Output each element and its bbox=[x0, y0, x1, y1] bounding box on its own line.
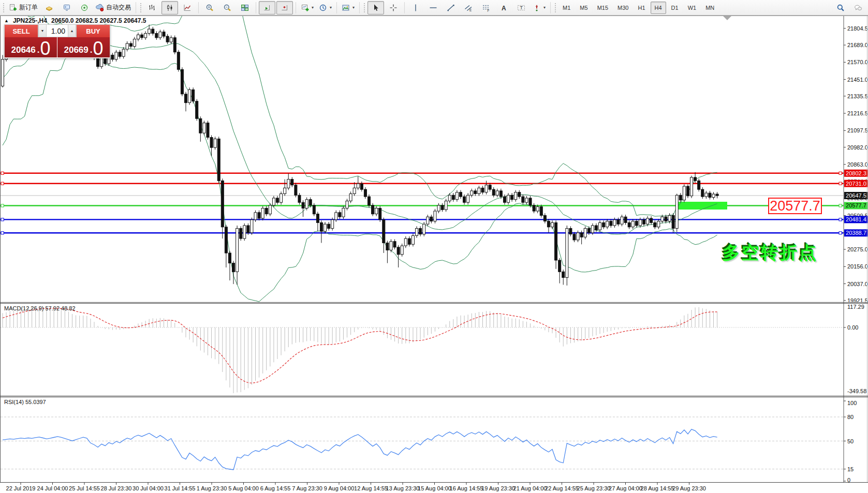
svg-text:20388.7: 20388.7 bbox=[846, 230, 866, 236]
svg-text:21 Aug 04:00: 21 Aug 04:00 bbox=[513, 485, 547, 491]
sell-price-dot: . bbox=[37, 46, 40, 54]
svg-text:80: 80 bbox=[847, 414, 854, 420]
price-badge: 20731.0 bbox=[844, 180, 868, 187]
buy-price-dot: . bbox=[90, 46, 93, 54]
rsi-indicator-label: RSI(14) 55.0397 bbox=[4, 399, 46, 405]
price-badge: 20577.7 bbox=[844, 202, 868, 209]
svg-text:20275.0: 20275.0 bbox=[847, 246, 868, 252]
svg-text:22 Aug 14:55: 22 Aug 14:55 bbox=[545, 485, 579, 491]
svg-text:-349.58: -349.58 bbox=[847, 388, 866, 394]
sell-price[interactable]: 20646.0 bbox=[5, 37, 57, 57]
svg-text:19 Aug 23:30: 19 Aug 23:30 bbox=[481, 485, 515, 491]
svg-text:20863.0: 20863.0 bbox=[847, 161, 868, 168]
highlight-zone[interactable] bbox=[676, 202, 727, 210]
svg-text:25 Jul 14:55: 25 Jul 14:55 bbox=[69, 485, 100, 491]
svg-text:21451.0: 21451.0 bbox=[847, 77, 868, 83]
rsi-name: RSI(14) bbox=[4, 399, 24, 405]
buy-price-big: 0 bbox=[93, 41, 103, 56]
price-badge: 20802.3 bbox=[844, 170, 868, 177]
buy-price-main: 20669 bbox=[64, 46, 88, 54]
chart-shift-marker-icon[interactable] bbox=[723, 16, 731, 20]
svg-text:21804.5: 21804.5 bbox=[847, 25, 868, 32]
svg-text:13 Aug 23:30: 13 Aug 23:30 bbox=[386, 485, 420, 491]
buy-price[interactable]: 20669.0 bbox=[57, 37, 110, 57]
volume-stepper: ▼ 1.00 ▲ bbox=[38, 25, 77, 37]
svg-text:24 Jul 04:00: 24 Jul 04:00 bbox=[37, 485, 68, 491]
svg-text:20802.3: 20802.3 bbox=[846, 170, 866, 176]
svg-text:6 Aug 14:55: 6 Aug 14:55 bbox=[260, 485, 291, 491]
svg-text:21216.5: 21216.5 bbox=[847, 110, 868, 116]
sell-price-big: 0 bbox=[40, 41, 50, 56]
svg-text:30 Jul 04:00: 30 Jul 04:00 bbox=[133, 485, 164, 491]
svg-text:20731.0: 20731.0 bbox=[846, 181, 866, 187]
svg-text:20156.0: 20156.0 bbox=[847, 263, 868, 270]
chart-title-ohlc: 20650.0 20682.5 20627.5 20647.5 bbox=[51, 17, 146, 24]
chart-title-symbol: JPN225-,H4 bbox=[13, 17, 47, 24]
svg-text:21570.0: 21570.0 bbox=[847, 59, 868, 65]
price-badge: 20647.5 bbox=[844, 192, 868, 199]
macd-name: MACD(12,26,9) bbox=[4, 305, 43, 311]
svg-text:15 Aug 04:00: 15 Aug 04:00 bbox=[418, 485, 451, 491]
sell-button[interactable]: SELL bbox=[5, 25, 38, 37]
svg-text:1 Aug 23:30: 1 Aug 23:30 bbox=[197, 485, 227, 491]
volume-down-button[interactable]: ▼ bbox=[38, 25, 47, 37]
svg-text:117.29: 117.29 bbox=[847, 304, 864, 310]
svg-text:31 Jul 14:55: 31 Jul 14:55 bbox=[165, 485, 196, 491]
svg-text:25 Aug 23:30: 25 Aug 23:30 bbox=[577, 485, 611, 491]
svg-text:21689.0: 21689.0 bbox=[847, 42, 868, 48]
svg-text:20647.5: 20647.5 bbox=[846, 192, 866, 199]
svg-text:29 Aug 23:30: 29 Aug 23:30 bbox=[672, 485, 706, 491]
macd-indicator-label: MACD(12,26,9) 57.92 48.82 bbox=[4, 305, 76, 311]
svg-text:27 Aug 04:00: 27 Aug 04:00 bbox=[609, 485, 642, 491]
price-badge: 20388.7 bbox=[844, 229, 868, 236]
sell-price-main: 20646 bbox=[11, 46, 35, 54]
svg-text:21097.5: 21097.5 bbox=[847, 127, 868, 133]
price-badge: 20481.4 bbox=[844, 216, 868, 223]
svg-text:16 Aug 14:55: 16 Aug 14:55 bbox=[450, 485, 483, 491]
svg-text:100: 100 bbox=[847, 400, 857, 406]
chart-title: ▲ JPN225-,H4 20650.0 20682.5 20627.5 206… bbox=[4, 17, 146, 24]
svg-text:20982.0: 20982.0 bbox=[847, 144, 868, 151]
one-click-trading-panel: SELL ▼ 1.00 ▲ BUY 20646.0 20669.0 bbox=[4, 24, 110, 58]
svg-text:21335.5: 21335.5 bbox=[847, 93, 868, 99]
svg-text:28 Aug 14:55: 28 Aug 14:55 bbox=[641, 485, 674, 491]
price-level-callout[interactable]: 20577.7 bbox=[768, 198, 822, 214]
svg-text:22 Jul 2019: 22 Jul 2019 bbox=[6, 485, 36, 491]
macd-values: 57.92 48.82 bbox=[45, 305, 75, 311]
buy-button[interactable]: BUY bbox=[77, 25, 110, 37]
volume-value[interactable]: 1.00 bbox=[47, 25, 68, 37]
svg-text:9 Aug 04:00: 9 Aug 04:00 bbox=[324, 485, 355, 491]
chart-annotation-text[interactable]: 多空转折点 bbox=[721, 241, 819, 265]
svg-text:28 Jul 23:30: 28 Jul 23:30 bbox=[101, 485, 132, 491]
svg-text:15: 15 bbox=[847, 466, 854, 472]
collapse-triangle-icon: ▲ bbox=[4, 18, 9, 23]
rsi-value: 55.0397 bbox=[25, 399, 46, 405]
svg-text:0.00: 0.00 bbox=[847, 324, 858, 331]
svg-text:7 Aug 23:30: 7 Aug 23:30 bbox=[292, 485, 322, 491]
svg-text:50: 50 bbox=[847, 438, 854, 444]
mt4-window: { "toolbar": { "new_order_label": "新订单",… bbox=[0, 0, 868, 493]
svg-text:20037.0: 20037.0 bbox=[847, 281, 868, 287]
svg-text:20577.7: 20577.7 bbox=[846, 202, 866, 208]
svg-text:5 Aug 04:00: 5 Aug 04:00 bbox=[228, 485, 259, 491]
svg-text:20481.4: 20481.4 bbox=[846, 216, 866, 222]
volume-up-button[interactable]: ▲ bbox=[68, 25, 76, 37]
svg-text:12 Aug 14:55: 12 Aug 14:55 bbox=[354, 485, 388, 491]
